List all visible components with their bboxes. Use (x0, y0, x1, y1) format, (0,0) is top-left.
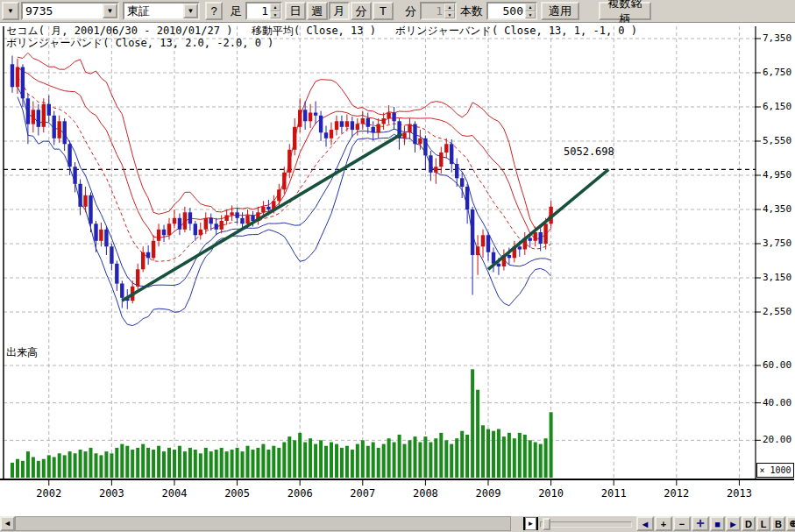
x-axis-year-label: 2002 (32, 487, 67, 500)
price-axis-label: 4,350 (763, 203, 791, 215)
minute-value: 1 (422, 4, 444, 18)
spin-up-icon[interactable]: ▲ (270, 4, 280, 11)
minute-label: 分 (405, 4, 416, 19)
minute-spinner: 1 ▲▼ (420, 2, 457, 20)
pan-button[interactable]: ✛ (692, 516, 709, 531)
period-button-group: 日 週 月 分 T (285, 2, 394, 20)
stop-icon: ■ (714, 519, 720, 529)
price-axis-label: 6,150 (763, 101, 791, 112)
volume-axis-label: 20.00 (763, 434, 791, 445)
bar-interval-value: 1 (247, 4, 270, 18)
x-axis-year-label: 2013 (721, 487, 756, 500)
price-axis-label: 4,950 (763, 169, 791, 181)
zoom-out-icon: − (679, 519, 685, 529)
stop-button[interactable]: ■ (710, 516, 725, 531)
pan-icon: ✛ (696, 518, 704, 529)
period-button-week[interactable]: 週 (307, 2, 328, 20)
skip-back-button[interactable]: ◄ (636, 516, 654, 531)
step-forward-button[interactable]: ► (525, 517, 536, 530)
x-axis-year-label: 2007 (345, 487, 380, 500)
x-axis-year-label: 2003 (94, 487, 129, 500)
price-axis-label: 7,350 (763, 32, 791, 44)
symbol-value: 9735 (23, 4, 103, 18)
trendline-price-annotation: 5052.698 (564, 145, 614, 158)
exchange-combobox[interactable]: 東証 ▼ (123, 2, 200, 20)
mode-b-button[interactable]: B (771, 516, 785, 531)
series-info-line2: ボリンジャーバンド( Close, 13, 2.0, -2.0, 0 ) (6, 36, 273, 51)
period-button-month[interactable]: 月 (329, 2, 350, 20)
symbol-combo-arrow-button[interactable]: ▼ (103, 4, 117, 18)
scroll-left-icon: ◄ (4, 520, 11, 528)
step-forward-icon: ► (528, 520, 535, 528)
spin-up-icon: ▲ (444, 4, 455, 11)
symbol-dropdown-button[interactable]: ▼ (2, 2, 19, 20)
spin-down-icon[interactable]: ▼ (525, 11, 536, 19)
volume-section-label: 出来高 (6, 345, 38, 360)
spin-down-icon[interactable]: ▼ (270, 11, 280, 19)
price-axis-label: 3,750 (763, 238, 791, 249)
divider-bar (536, 517, 538, 530)
chart-control-buttons: ◄+−✛■►DLB⊕✕ (636, 516, 795, 531)
price-axis-label: 5,550 (763, 135, 791, 146)
mode-d-button[interactable]: D (742, 516, 756, 531)
x-axis-year-label: 2011 (596, 487, 631, 500)
scroll-left-button[interactable]: ◄ (0, 516, 15, 531)
bar-interval-spinner[interactable]: 1 ▲▼ (245, 2, 282, 20)
zoom-in-button[interactable]: + (655, 516, 672, 531)
spin-down-icon: ▼ (444, 11, 455, 19)
mode-b-icon: B (775, 519, 782, 529)
period-button-tick[interactable]: T (373, 2, 394, 20)
zoom-in-icon: + (661, 519, 666, 529)
zoom-tool-button[interactable]: ⊕ (786, 516, 795, 531)
multi-symbol-button[interactable]: 複数銘柄 (599, 2, 651, 20)
spinner-arrows[interactable]: ▲▼ (525, 4, 536, 18)
period-button-minute[interactable]: 分 (351, 2, 372, 20)
volume-axis-label: 40.00 (763, 397, 791, 408)
symbol-combobox[interactable]: 9735 ▼ (21, 2, 119, 20)
x-axis-year-label: 2008 (408, 487, 443, 500)
play-button[interactable]: ► (726, 516, 741, 531)
exchange-combo-arrow-button[interactable]: ▼ (183, 4, 198, 18)
price-axis-label: 6,750 (763, 67, 791, 78)
exchange-value: 東証 (124, 4, 183, 19)
count-spinner[interactable]: 500 ▲▼ (486, 2, 537, 20)
apply-button[interactable]: 適用 (541, 2, 579, 20)
help-button[interactable]: ? (205, 2, 223, 20)
dropdown-arrow-icon: ▼ (7, 8, 14, 15)
scrollbar-track[interactable] (15, 516, 511, 531)
x-axis-year-label: 2006 (282, 487, 317, 500)
count-value: 500 (488, 4, 525, 18)
main-toolbar: ▼ 9735 ▼ 東証 ▼ ? 足 1 ▲▼ 日 週 月 分 T 分 1 ▲▼ … (0, 0, 795, 23)
spinner-arrows: ▲▼ (444, 4, 455, 18)
volume-unit-box: × 1000 (756, 463, 794, 478)
mode-d-icon: D (745, 519, 752, 529)
zoom-out-button[interactable]: − (673, 516, 691, 531)
spin-up-icon[interactable]: ▲ (525, 4, 536, 11)
zoom-slider[interactable] (540, 521, 632, 528)
zoom-slider-handle[interactable] (543, 518, 550, 530)
x-axis-year-label: 2009 (471, 487, 506, 500)
count-label: 本数 (460, 4, 483, 19)
spinner-arrows[interactable]: ▲▼ (270, 4, 280, 18)
price-axis-label: 2,550 (763, 306, 791, 317)
x-axis-year-label: 2005 (220, 487, 255, 500)
chart-area[interactable]: セコム( 月, 2001/06/30 - 2010/01/27 ) 移動平均( … (0, 23, 795, 516)
x-axis-year-label: 2004 (157, 487, 192, 500)
period-button-day[interactable]: 日 (285, 2, 306, 20)
skip-back-icon: ◄ (641, 519, 650, 529)
play-icon: ► (728, 519, 738, 529)
mode-l-icon: L (761, 519, 767, 529)
price-axis-label: 3,150 (763, 272, 791, 283)
bottom-scrollbar-row: ◄ ► ◄+−✛■►DLB⊕✕ (0, 516, 795, 532)
zoom-tool-icon: ⊕ (789, 518, 795, 529)
x-axis-year-label: 2010 (534, 487, 569, 500)
price-volume-chart[interactable] (0, 23, 795, 516)
dropdown-arrow-icon: ▼ (107, 8, 114, 15)
dropdown-arrow-icon: ▼ (188, 8, 195, 15)
volume-axis-label: 60.00 (763, 359, 791, 371)
chart-application: ▼ 9735 ▼ 東証 ▼ ? 足 1 ▲▼ 日 週 月 分 T 分 1 ▲▼ … (0, 0, 795, 532)
bar-type-label: 足 (231, 4, 242, 19)
x-axis-year-label: 2012 (659, 487, 694, 500)
mode-l-button[interactable]: L (756, 516, 770, 531)
